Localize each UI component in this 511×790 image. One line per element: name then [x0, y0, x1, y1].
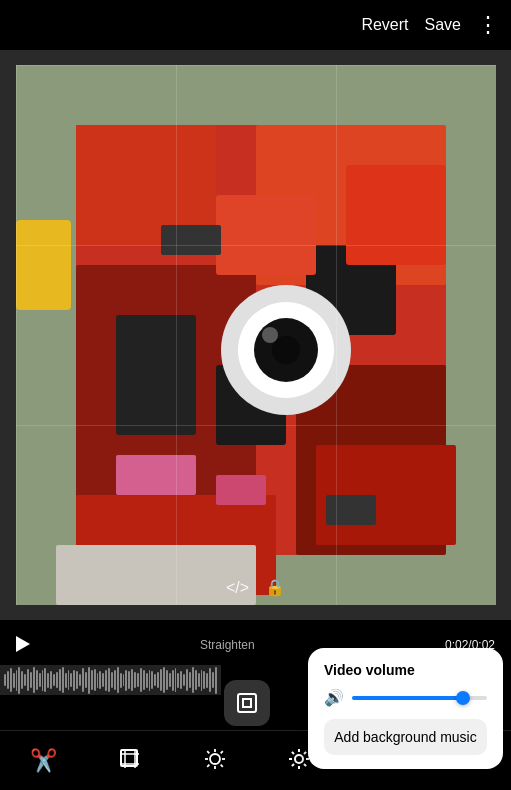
volume-row: 🔊: [324, 688, 487, 707]
grid-overlay: [16, 65, 496, 605]
crop-icons-row: </> 🔒: [226, 578, 285, 597]
play-icon: [16, 636, 30, 652]
crop-adjust-button[interactable]: [224, 680, 270, 726]
svg-rect-24: [238, 694, 256, 712]
play-button[interactable]: [16, 636, 30, 655]
save-button[interactable]: Save: [425, 16, 461, 34]
video-frame: </> 🔒: [16, 65, 496, 605]
volume-slider-track[interactable]: [352, 696, 487, 700]
svg-point-35: [295, 755, 303, 763]
svg-line-34: [207, 764, 209, 766]
svg-line-33: [220, 751, 222, 753]
code-icon: </>: [226, 579, 249, 597]
effects-icon: [203, 747, 227, 775]
filmstrip-area: [0, 665, 221, 695]
toolbar-item-effects[interactable]: [203, 747, 227, 775]
svg-point-26: [210, 754, 220, 764]
volume-speaker-icon: 🔊: [324, 688, 344, 707]
volume-slider-fill: [352, 696, 463, 700]
video-area: </> 🔒: [0, 50, 511, 620]
side-panel-button-area: [224, 680, 270, 726]
volume-popup: Video volume 🔊 Add background music: [308, 648, 503, 769]
top-bar-actions: Revert Save ⋮: [361, 14, 499, 36]
crop-icon: [118, 747, 142, 775]
revert-button[interactable]: Revert: [361, 16, 408, 34]
volume-slider-thumb[interactable]: [456, 691, 470, 705]
lock-icon: 🔒: [265, 578, 285, 597]
more-options-button[interactable]: ⋮: [477, 14, 499, 36]
toolbar-item-crop[interactable]: [118, 747, 142, 775]
waveform: [0, 665, 221, 695]
svg-line-32: [220, 764, 222, 766]
cut-icon: ✂️: [30, 750, 57, 772]
volume-title: Video volume: [324, 662, 487, 678]
crop-rotate-icon: [235, 691, 259, 715]
straighten-label: Straighten: [200, 638, 255, 652]
toolbar-item-cut[interactable]: ✂️: [30, 750, 57, 772]
svg-line-31: [207, 751, 209, 753]
add-background-music-button[interactable]: Add background music: [324, 719, 487, 755]
top-bar: Revert Save ⋮: [0, 0, 511, 50]
